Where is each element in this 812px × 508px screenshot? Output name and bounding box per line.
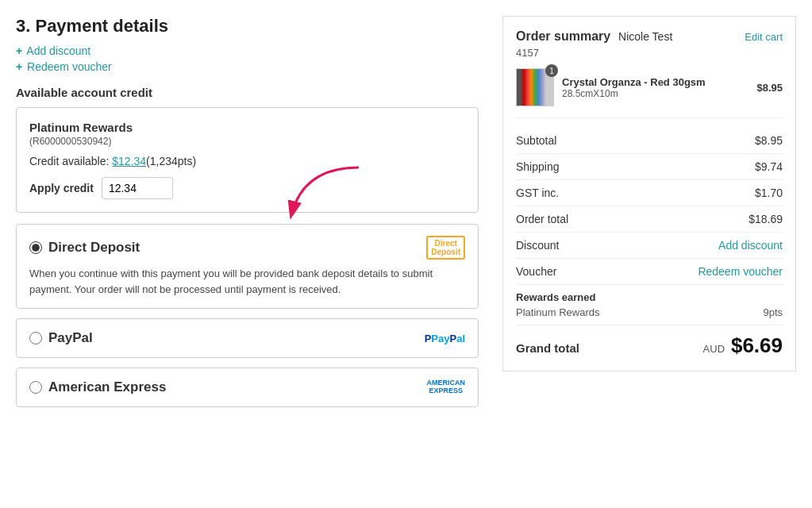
paypal-logo: PPayPal [425, 333, 465, 344]
order-total-row: Order total $18.69 [516, 206, 783, 233]
paypal-radio[interactable] [29, 332, 42, 344]
product-thumbnail: 1 [516, 68, 554, 106]
credit-available-row: Credit available: $12.34(1,234pts) [29, 155, 465, 167]
gst-row: GST inc. $1.70 [516, 180, 783, 206]
order-number: 4157 [516, 47, 783, 59]
shipping-row: Shipping $9.74 [516, 154, 783, 180]
product-variant: 28.5cmX10m [562, 88, 749, 99]
product-info: Crystal Organza - Red 30gsm 28.5cmX10m [562, 76, 749, 99]
section-title: 3. Payment details [16, 16, 479, 37]
order-total-label: Order total [516, 213, 568, 225]
discount-label: Discount [516, 239, 559, 252]
credit-box: Platinum Rewards (R6000000530942) Credit… [16, 107, 479, 213]
grand-total-label: Grand total [516, 341, 579, 355]
payment-option-header-direct-deposit: Direct Deposit DirectDeposit [29, 236, 465, 260]
payment-option-left-amex: American Express [29, 379, 166, 395]
redeem-voucher-link[interactable]: Redeem voucher [27, 60, 112, 73]
order-total-value: $18.69 [749, 213, 783, 225]
amex-label: American Express [48, 379, 166, 395]
shipping-label: Shipping [516, 160, 560, 173]
grand-total-row: Grand total AUD $6.69 [516, 325, 783, 358]
apply-credit-label: Apply credit [29, 182, 94, 194]
order-summary-panel: Order summary Nicole Test Edit cart 4157… [502, 16, 796, 371]
voucher-row: Voucher Redeem voucher [516, 259, 783, 285]
payment-option-header-amex: American Express AMERICANEXPRESS [29, 379, 465, 395]
subtotal-value: $8.95 [755, 134, 783, 147]
voucher-label: Voucher [516, 265, 556, 278]
credit-card-title: Platinum Rewards [29, 121, 465, 134]
credit-card-code: (R6000000530942) [29, 136, 465, 147]
gst-label: GST inc. [516, 187, 559, 199]
direct-deposit-desc: When you continue with this payment you … [29, 266, 465, 297]
direct-deposit-label: Direct Deposit [48, 240, 140, 256]
rewards-program-name: Platinum Rewards [516, 306, 600, 318]
product-name: Crystal Organza - Red 30gsm [562, 76, 749, 88]
plus-icon-2: + [16, 60, 22, 73]
credit-points: (1,234pts) [146, 155, 196, 167]
rewards-earned-title: Rewards earned [516, 291, 783, 303]
payment-option-left-paypal: PayPal [29, 330, 93, 346]
product-row: 1 Crystal Organza - Red 30gsm 28.5cmX10m… [516, 68, 783, 118]
redeem-voucher-link-summary[interactable]: Redeem voucher [698, 265, 783, 278]
subtotal-label: Subtotal [516, 134, 556, 147]
add-discount-link[interactable]: Add discount [26, 44, 90, 57]
payment-option-amex: American Express AMERICANEXPRESS [16, 368, 479, 407]
edit-cart-link[interactable]: Edit cart [745, 31, 783, 43]
subtotal-row: Subtotal $8.95 [516, 128, 783, 154]
customer-name: Nicole Test [618, 30, 672, 43]
credit-label: Credit available: [29, 155, 109, 167]
payment-option-paypal: PayPal PPayPal [16, 318, 479, 358]
discount-row: Discount Add discount [516, 233, 783, 259]
rewards-sub-row: Platinum Rewards 9pts [516, 306, 783, 318]
grand-total-value-group: AUD $6.69 [703, 333, 783, 358]
direct-deposit-logo: DirectDeposit [426, 236, 465, 260]
order-summary-header: Order summary Nicole Test Edit cart [516, 29, 783, 44]
paypal-label: PayPal [48, 330, 93, 346]
product-quantity-badge: 1 [545, 64, 558, 77]
left-panel: 3. Payment details + Add discount + Rede… [16, 16, 502, 417]
add-discount-link-summary[interactable]: Add discount [718, 239, 783, 252]
order-summary-title-group: Order summary Nicole Test [516, 29, 672, 44]
rewards-section: Rewards earned Platinum Rewards 9pts [516, 285, 783, 325]
credit-amount[interactable]: $12.34 [112, 155, 146, 167]
product-price: $8.95 [756, 82, 783, 94]
apply-credit-row: Apply credit [29, 177, 465, 199]
gst-value: $1.70 [755, 187, 783, 199]
available-credit-title: Available account credit [16, 86, 479, 99]
payment-option-direct-deposit: Direct Deposit DirectDeposit When you co… [16, 224, 479, 309]
grand-total-amount: $6.69 [731, 333, 783, 357]
rewards-points: 9pts [763, 306, 783, 318]
order-summary-title: Order summary [516, 29, 610, 43]
add-discount-row: + Add discount [16, 44, 479, 57]
amex-radio[interactable] [29, 381, 42, 394]
payment-option-header-paypal: PayPal PPayPal [29, 330, 465, 346]
shipping-value: $9.74 [755, 160, 783, 173]
redeem-voucher-row: + Redeem voucher [16, 60, 479, 73]
plus-icon: + [16, 44, 22, 57]
amex-logo: AMERICANEXPRESS [427, 379, 466, 395]
grand-total-currency: AUD [703, 343, 725, 355]
apply-credit-input[interactable] [102, 177, 173, 199]
payment-option-left-direct-deposit: Direct Deposit [29, 240, 140, 256]
direct-deposit-radio[interactable] [29, 241, 42, 254]
